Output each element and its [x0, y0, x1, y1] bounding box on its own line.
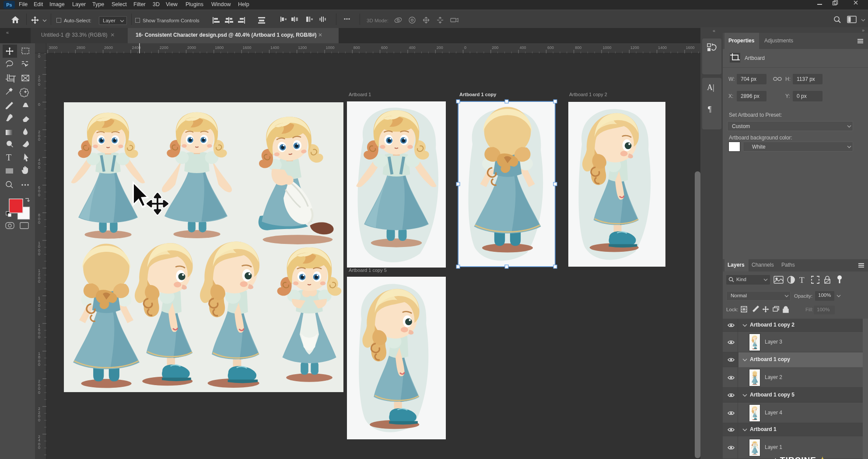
- svg-text:1000: 1000: [326, 45, 335, 50]
- svg-text:2800: 2800: [77, 45, 85, 50]
- svg-text:0: 0: [38, 307, 40, 312]
- svg-text:0: 0: [38, 390, 40, 395]
- svg-text:3000: 3000: [49, 45, 58, 50]
- svg-text:200: 200: [492, 45, 498, 50]
- svg-text:0: 0: [38, 279, 40, 284]
- svg-text:T: T: [799, 275, 805, 285]
- svg-text:1600: 1600: [686, 45, 694, 50]
- svg-text:600: 600: [547, 45, 554, 50]
- svg-text:0: 0: [38, 252, 40, 256]
- svg-text:0: 0: [38, 445, 40, 450]
- svg-text:400: 400: [520, 45, 526, 50]
- svg-text:1800: 1800: [215, 45, 224, 50]
- svg-text:0: 0: [38, 220, 40, 225]
- svg-text:2600: 2600: [104, 45, 113, 50]
- svg-text:0: 0: [38, 137, 40, 142]
- svg-text:T: T: [6, 153, 11, 162]
- svg-text:2000: 2000: [187, 45, 196, 50]
- svg-text:800: 800: [575, 45, 581, 50]
- svg-text:1600: 1600: [243, 45, 252, 50]
- svg-text:1400: 1400: [658, 45, 667, 50]
- svg-text:0: 0: [464, 45, 466, 50]
- svg-text:600: 600: [381, 45, 388, 50]
- svg-text:1200: 1200: [298, 45, 307, 50]
- svg-text:0: 0: [38, 165, 40, 170]
- svg-text:1000: 1000: [603, 45, 612, 50]
- svg-text:0: 0: [38, 335, 40, 339]
- svg-text:800: 800: [354, 45, 360, 50]
- svg-text:0: 0: [38, 54, 40, 59]
- svg-text:1200: 1200: [630, 45, 639, 50]
- svg-text:0: 0: [38, 362, 40, 367]
- svg-text:200: 200: [437, 45, 443, 50]
- svg-text:0: 0: [38, 102, 40, 107]
- svg-text:0: 0: [38, 82, 40, 87]
- svg-text:2200: 2200: [160, 45, 168, 50]
- svg-text:400: 400: [409, 45, 415, 50]
- svg-text:0: 0: [38, 193, 40, 197]
- svg-text:0: 0: [38, 418, 40, 422]
- svg-text:1400: 1400: [270, 45, 279, 50]
